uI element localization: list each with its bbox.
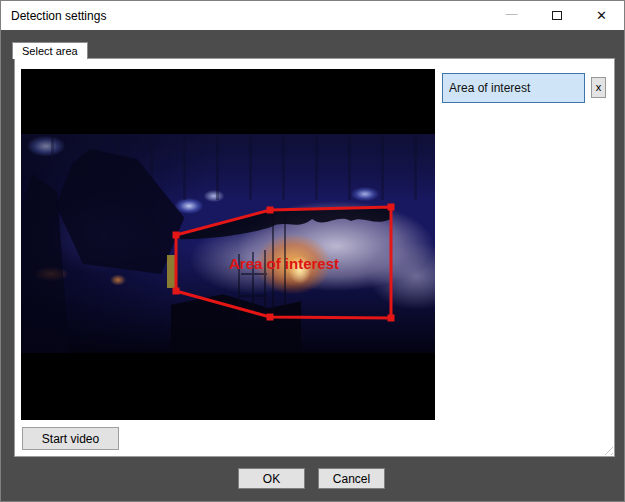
- select-area-tab-panel: Area of interest x Start video: [14, 58, 615, 457]
- maximize-icon: [552, 11, 562, 20]
- close-button[interactable]: ✕: [579, 1, 624, 30]
- remove-area-button[interactable]: x: [591, 77, 606, 98]
- detection-settings-dialog: Detection settings — ✕ Select area: [0, 0, 625, 502]
- area-overlay: Area of interest: [21, 69, 435, 420]
- cancel-button[interactable]: Cancel: [318, 468, 385, 489]
- caption-buttons: — ✕: [489, 1, 624, 30]
- close-icon: ✕: [596, 9, 607, 22]
- video-display[interactable]: Area of interest: [21, 69, 435, 420]
- polygon-handle: [267, 207, 274, 214]
- polygon-handle: [388, 204, 395, 211]
- titlebar: Detection settings — ✕: [1, 1, 624, 30]
- ok-button[interactable]: OK: [238, 468, 305, 489]
- start-video-button[interactable]: Start video: [22, 427, 119, 450]
- resize-grip-icon[interactable]: [601, 443, 613, 455]
- dialog-body: Select area Area of interest: [1, 30, 624, 501]
- polygon-handle: [173, 288, 180, 295]
- polygon-handle: [388, 315, 395, 322]
- tab-select-area[interactable]: Select area: [12, 42, 88, 59]
- polygon-handle: [267, 314, 274, 321]
- window-title: Detection settings: [1, 9, 106, 23]
- roof-silhouette: [176, 208, 391, 239]
- area-overlay-label: Area of interest: [229, 255, 339, 272]
- minimize-button[interactable]: —: [489, 1, 534, 30]
- maximize-button[interactable]: [534, 1, 579, 30]
- area-name-input[interactable]: [442, 73, 585, 103]
- polygon-handle: [173, 232, 180, 239]
- minimize-icon: —: [506, 8, 518, 20]
